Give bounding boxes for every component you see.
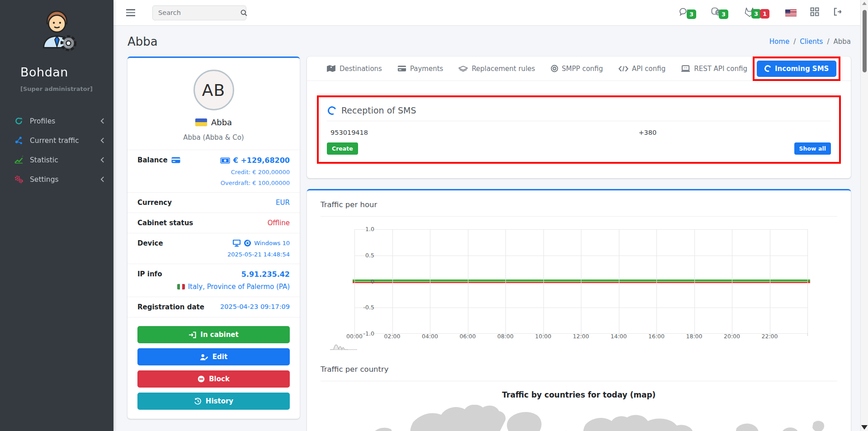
search-input[interactable] (158, 9, 240, 16)
balance-value: € +129,68200 (233, 156, 290, 165)
circle-notch-icon (326, 105, 337, 116)
search-box[interactable] (152, 5, 246, 20)
masks-badge: 3 (719, 9, 728, 19)
overdraft-value: Overdraft: € 100,00000 (220, 180, 290, 186)
history-button[interactable]: History (137, 393, 290, 410)
sidebar-item-label: Statistic (30, 156, 100, 164)
vertical-scrollbar[interactable] (860, 0, 868, 431)
chart-navigator-sparkline[interactable] (330, 340, 358, 353)
laptop-icon (681, 65, 690, 72)
registration-date: 2025-04-23 09:17:09 (220, 303, 290, 311)
y-axis-tick-label: 1.0 (353, 226, 380, 232)
traffic-plot (354, 229, 807, 334)
gitlab-badge-red: 1 (760, 9, 769, 19)
sidebar-item-current-traffic[interactable]: Current traffic (0, 131, 113, 150)
sign-in-icon (189, 332, 196, 338)
create-button[interactable]: Create (327, 142, 358, 155)
apps-grid-button[interactable] (810, 7, 819, 18)
ip-address[interactable]: 5.91.235.42 (177, 270, 290, 279)
world-map[interactable] (321, 405, 837, 431)
user-avatar[interactable] (35, 10, 79, 55)
traffic-per-country-title: Traffic per country (321, 353, 837, 381)
code-icon (618, 66, 628, 72)
client-profile-card: AB Abba Abba (Abba & Co) Balance (127, 57, 300, 419)
tab-api-config[interactable]: API config (611, 61, 673, 77)
show-all-button[interactable]: Show all (794, 142, 831, 155)
ip-info-label: IP info (137, 270, 162, 291)
tab-payments[interactable]: Payments (390, 61, 451, 77)
reception-of-sms-section annotation-box: Reception of SMS 953019418 +380 Create S… (317, 95, 841, 164)
masks-notification[interactable]: 3 (711, 7, 730, 19)
traffic-map-title: Traffic by countries for today (map) (321, 381, 837, 405)
in-cabinet-button[interactable]: In cabinet (137, 326, 290, 343)
sidebar-item-settings[interactable]: Settings (0, 170, 113, 189)
cabinet-status-row: Cabinet status Offline (127, 213, 300, 233)
x-axis-tick-label: 04:00 (422, 333, 438, 340)
tabs-bar: Destinations Payments Replacement rules (307, 57, 851, 81)
block-button[interactable]: Block (137, 370, 290, 388)
menu-toggle-icon[interactable] (126, 9, 135, 16)
us-flag-icon (785, 9, 797, 16)
cabinet-status-label: Cabinet status (137, 219, 193, 227)
sidebar-menu: Profiles Current traffic Statistic (0, 111, 113, 189)
tab-incoming-sms[interactable]: Incoming SMS (757, 61, 836, 77)
sidebar-item-label: Current traffic (30, 137, 100, 145)
breadcrumb: Home / Clients / Abba (769, 38, 851, 46)
grid-icon (810, 7, 819, 18)
registration-row: Registration date 2025-04-23 09:17:09 (127, 297, 300, 317)
grid-hline (354, 281, 807, 282)
sidebar-user-name: Bohdan (0, 65, 113, 79)
device-os: Windows 10 (254, 240, 290, 246)
traffic-per-hour-title: Traffic per hour (321, 190, 837, 216)
reception-title: Reception of SMS (341, 105, 416, 115)
edit-button[interactable]: Edit (137, 348, 290, 365)
currency-label: Currency (137, 199, 172, 207)
scroll-down-arrow-icon[interactable] (861, 425, 868, 430)
browser-icon (244, 239, 251, 247)
language-selector[interactable] (785, 9, 797, 16)
breadcrumb-clients[interactable]: Clients (800, 38, 823, 46)
traffic-card: Traffic per hour 1.00.50-0.5-1.000:0002:… (307, 189, 851, 431)
logout-button[interactable] (833, 7, 842, 18)
scroll-up-arrow-icon[interactable] (862, 2, 867, 5)
chevron-left-icon (100, 176, 104, 182)
client-name: Abba (211, 118, 232, 127)
comments-badge: 3 (687, 9, 696, 19)
sidebar: Bohdan [Super administrator] Profiles Cu… (0, 0, 113, 431)
chevron-left-icon (100, 137, 104, 143)
sidebar-item-statistic[interactable]: Statistic (0, 150, 113, 170)
device-row: Device Windows 10 2025-05-21 14:48:54 (127, 233, 300, 264)
topbar: 3 3 3 1 (113, 0, 860, 26)
currency-value[interactable]: EUR (276, 199, 290, 207)
credit-card-icon (397, 65, 406, 72)
chart-line-icon (13, 156, 24, 164)
gitlab-notification[interactable]: 3 1 (744, 7, 772, 19)
tab-rest-api-config[interactable]: REST API config (673, 61, 755, 77)
breadcrumb-home[interactable]: Home (769, 38, 789, 46)
ip-info-row: IP info 5.91.235.42 Italy, Province of P… (127, 264, 300, 297)
device-last-seen: 2025-05-21 14:48:54 (227, 251, 290, 258)
x-axis-tick-label: 12:00 (573, 333, 589, 340)
tab-smpp-config[interactable]: SMPP config (543, 61, 611, 77)
tab-replacement-rules[interactable]: Replacement rules (451, 61, 542, 77)
italy-flag-icon (177, 284, 185, 289)
history-icon (194, 398, 202, 405)
reception-number: 953019418 (330, 129, 638, 136)
sidebar-item-profiles[interactable]: Profiles (0, 111, 113, 131)
reception-prefix: +380 (638, 129, 656, 136)
balance-label: Balance (137, 156, 180, 186)
client-tabs-card: Destinations Payments Replacement rules (307, 57, 851, 178)
client-initials: AB (202, 81, 225, 99)
breadcrumb-current: Abba (834, 38, 851, 46)
x-axis-tick-label: 14:00 (610, 333, 627, 340)
sidebar-user-role: [Super administrator] (0, 85, 113, 92)
chevron-left-icon (100, 118, 104, 124)
ip-location[interactable]: Italy, Province of Palermo (PA) (188, 283, 290, 291)
scrollbar-thumb[interactable] (863, 10, 867, 72)
search-icon[interactable] (240, 9, 248, 17)
x-axis-tick-label: 00:00 (346, 333, 363, 340)
tab-destinations[interactable]: Destinations (319, 61, 390, 77)
x-axis-tick-label: 22:00 (761, 333, 778, 340)
grid-hline (354, 256, 807, 256)
comments-notification[interactable]: 3 (679, 7, 698, 19)
